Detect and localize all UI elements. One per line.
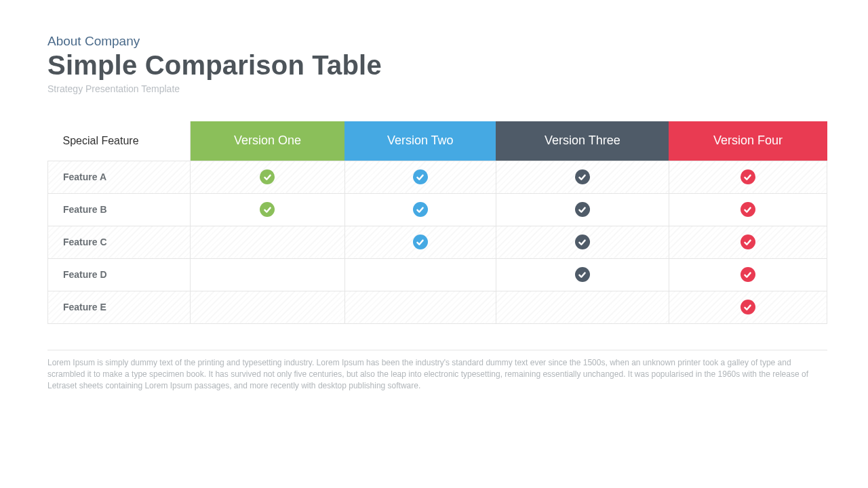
comparison-table: Special Feature Version One Version Two … — [47, 121, 827, 324]
cell — [344, 226, 496, 258]
column-header-version-two: Version Two — [344, 121, 496, 161]
column-header-version-three: Version Three — [496, 121, 669, 161]
cell — [344, 258, 496, 291]
check-icon — [741, 202, 755, 217]
cell — [191, 226, 345, 258]
page-title: Simple Comparison Table — [47, 50, 827, 81]
check-icon — [413, 202, 428, 217]
cell — [496, 193, 669, 226]
check-icon — [260, 169, 275, 184]
cell — [669, 291, 827, 323]
column-header-version-four: Version Four — [669, 121, 827, 161]
cell — [669, 161, 827, 193]
cell — [496, 161, 669, 193]
check-icon — [575, 267, 590, 282]
column-header-version-one: Version One — [191, 121, 345, 161]
row-label: Feature D — [48, 258, 191, 291]
check-icon — [741, 235, 755, 249]
slide: About Company Simple Comparison Table St… — [0, 0, 868, 413]
row-label: Feature B — [48, 193, 191, 226]
cell — [344, 193, 496, 226]
cell — [191, 193, 345, 226]
cell — [496, 226, 669, 258]
cell — [496, 258, 669, 291]
cell — [191, 291, 345, 323]
check-icon — [575, 235, 590, 249]
page-subtitle: Strategy Presentation Template — [47, 83, 827, 94]
check-icon — [741, 267, 755, 282]
check-icon — [741, 169, 755, 184]
cell — [191, 161, 345, 193]
cell — [496, 291, 669, 323]
table-row: Feature D — [48, 258, 827, 291]
table-row: Feature B — [48, 193, 827, 226]
row-label: Feature C — [48, 226, 191, 258]
table-row: Feature E — [48, 291, 827, 323]
table-header-row: Special Feature Version One Version Two … — [48, 121, 827, 161]
row-header-cell: Special Feature — [48, 121, 191, 161]
cell — [669, 226, 827, 258]
cell — [344, 161, 496, 193]
cell — [669, 193, 827, 226]
cell — [344, 291, 496, 323]
check-icon — [413, 169, 428, 184]
divider — [47, 350, 827, 350]
check-icon — [575, 169, 590, 184]
check-icon — [741, 300, 755, 314]
footnote-text: Lorem Ipsum is simply dummy text of the … — [47, 357, 827, 392]
cell — [191, 258, 345, 291]
check-icon — [575, 202, 590, 217]
row-label: Feature E — [48, 291, 191, 323]
row-label: Feature A — [48, 161, 191, 193]
table-row: Feature A — [48, 161, 827, 193]
check-icon — [413, 235, 428, 249]
cell — [669, 258, 827, 291]
table-row: Feature C — [48, 226, 827, 258]
kicker: About Company — [47, 34, 827, 49]
check-icon — [260, 202, 275, 217]
